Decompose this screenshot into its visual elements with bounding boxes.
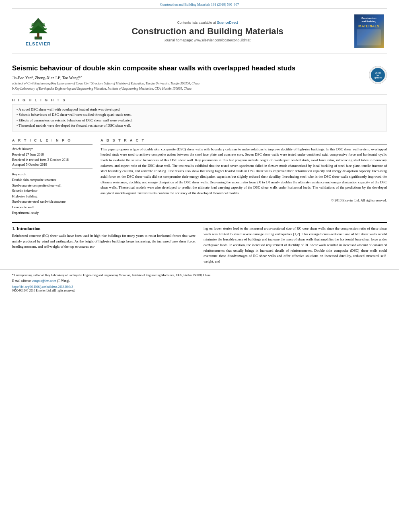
svg-point-6 <box>43 23 45 26</box>
abstract-text: This paper proposes a type of double ski… <box>101 147 387 196</box>
check-updates-badge: Checkforupdates <box>369 66 387 84</box>
email-line: E-mail address: wangtao@iem.ac.cn (T. Wa… <box>12 279 387 283</box>
history-received: Received 27 June 2018 <box>12 152 93 157</box>
article-title-section: Seismic behaviour of double skin composi… <box>12 64 387 95</box>
history-revised: Received in revised form 3 October 2018 <box>12 157 93 162</box>
svg-point-5 <box>31 23 34 26</box>
elsevier-tree-icon <box>24 16 52 40</box>
keywords-label: Keywords: <box>12 172 93 176</box>
sciencedirect-link[interactable]: ScienceDirect <box>217 21 238 25</box>
cover-image-decoration <box>357 29 381 45</box>
section-divider-1 <box>12 135 387 135</box>
doi-link[interactable]: https://doi.org/10.1016/j.conbuildmat.20… <box>12 285 387 289</box>
corresponding-author-note: * Corresponding author at: Key Laborator… <box>12 273 387 277</box>
abstract-label: A B S T R A C T <box>101 138 387 142</box>
journal-homepage: journal homepage: www.elsevier.com/locat… <box>165 38 251 42</box>
introduction-col-left: 1. Introduction Reinforced concrete (RC)… <box>12 226 195 264</box>
copyright-line: © 2018 Elsevier Ltd. All rights reserved… <box>101 198 387 202</box>
article-title: Seismic behaviour of double skin composi… <box>12 64 363 73</box>
author-3: Tao Wang <box>62 76 78 80</box>
journal-title-area: Contents lists available at ScienceDirec… <box>64 12 351 50</box>
article-info-label: A R T I C L E I N F O <box>12 138 93 142</box>
history-accepted: Accepted 5 October 2018 <box>12 162 93 167</box>
highlight-item-3: Effects of parameters on seismic behavio… <box>16 118 383 123</box>
contents-available-line: Contents lists available at ScienceDirec… <box>177 21 238 25</box>
author-1: Jia-Bao Yan <box>12 76 31 80</box>
elsevier-logo-area: ELSEVIER <box>12 12 64 50</box>
affiliation-1: a School of Civil Engineering/Key Labora… <box>12 81 363 86</box>
authors-line: Jia-Bao Yana, Zhong-Xian Lia, Tao Wangb,… <box>12 75 363 80</box>
keywords-divider <box>12 168 93 169</box>
keyword-6: Composite wall <box>12 205 93 210</box>
article-history-label: Article history: <box>12 147 93 151</box>
intro-paragraph-2: ing on lower stories lead to the increas… <box>204 226 387 264</box>
check-updates-text: Checkforupdates <box>374 72 382 79</box>
abstract-divider <box>101 144 387 145</box>
email-name: T. Wang <box>58 279 68 283</box>
article-title-text: Seismic behaviour of double skin composi… <box>12 64 363 91</box>
cover-title-line1: Construction and Building <box>361 17 376 23</box>
email-label: E-mail address: <box>12 279 31 283</box>
introduction-col-right: ing on lower stories lead to the increas… <box>204 226 387 264</box>
check-updates-inner: Checkforupdates <box>371 68 385 82</box>
journal-cover-area: Construction and Building MATERIALS <box>351 12 387 50</box>
article-info-column: A R T I C L E I N F O Article history: R… <box>12 138 93 216</box>
journal-title: Construction and Building Materials <box>132 26 284 37</box>
issn-line: 0950-0618/© 2018 Elsevier Ltd. All right… <box>12 289 387 292</box>
page-footer: * Corresponding author at: Key Laborator… <box>0 269 399 296</box>
email-link[interactable]: wangtao@iem.ac.cn <box>32 279 56 283</box>
highlight-item-2: Seismic behaviours of DSC shear wall wer… <box>16 112 383 118</box>
keyword-7: Experimental study <box>12 210 93 216</box>
elsevier-label: ELSEVIER <box>26 41 51 46</box>
highlights-label: H I G H L I G H T S <box>12 98 387 102</box>
keyword-5: Steel-concrete-steel sandwich structure <box>12 199 93 205</box>
reduced-word: reduced <box>353 254 364 258</box>
elsevier-logo: ELSEVIER <box>24 16 52 46</box>
svg-point-7 <box>29 28 31 30</box>
svg-point-8 <box>45 28 47 30</box>
author-2: Zhong-Xian Li <box>35 76 59 80</box>
intro-title: Introduction <box>16 226 41 231</box>
intro-paragraph-1: Reinforced concrete (RC) shear walls hav… <box>12 233 195 250</box>
abstract-column: A B S T R A C T This paper proposes a ty… <box>101 138 387 216</box>
introduction-heading: 1. Introduction <box>12 226 195 231</box>
keyword-2: Steel-concrete composite shear wall <box>12 183 93 189</box>
highlights-section: H I G H L I G H T S A novel DSC shear wa… <box>12 98 387 131</box>
journal-header: ELSEVIER Contents lists available at Sci… <box>12 8 387 54</box>
keyword-3: Seismic behaviour <box>12 188 93 194</box>
journal-ref-bar: Construction and Building Materials 191 … <box>0 0 399 8</box>
highlights-box: A novel DSC shear wall with overlapped h… <box>12 104 387 131</box>
cover-title-materials: MATERIALS <box>358 24 379 28</box>
highlight-item-1: A novel DSC shear wall with overlapped h… <box>16 107 383 113</box>
article-info-abstract-columns: A R T I C L E I N F O Article history: R… <box>12 138 387 216</box>
article-info-divider <box>12 144 93 145</box>
affiliation-2: b Key Laboratory of Earthquake Engineeri… <box>12 86 363 91</box>
keyword-4: High-rise building <box>12 194 93 199</box>
introduction-columns: 1. Introduction Reinforced concrete (RC)… <box>12 226 387 264</box>
introduction-section: 1. Introduction Reinforced concrete (RC)… <box>12 222 387 264</box>
keyword-1: Double skin composite structure <box>12 177 93 183</box>
intro-number: 1. <box>12 226 15 231</box>
highlight-item-4: Theoretical models were developed for fl… <box>16 123 383 129</box>
journal-ref-text: Construction and Building Materials 191 … <box>160 2 239 6</box>
journal-cover-image: Construction and Building MATERIALS <box>354 14 384 48</box>
main-content: Seismic behaviour of double skin composi… <box>0 54 399 265</box>
